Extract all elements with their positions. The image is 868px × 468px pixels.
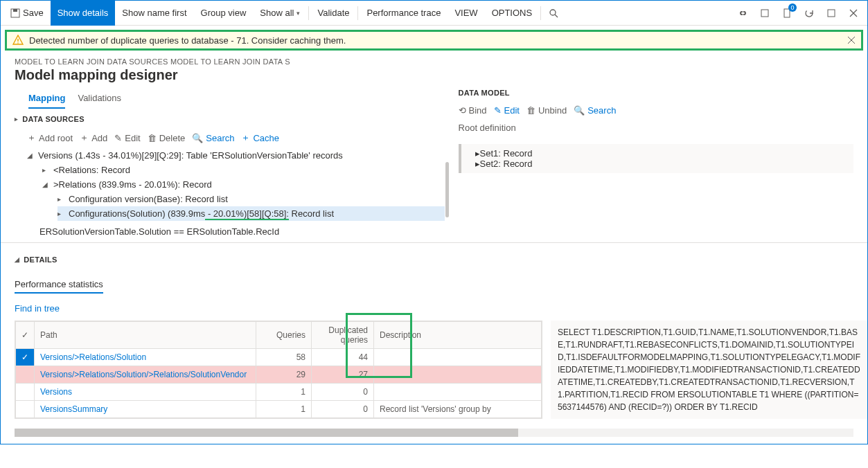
svg-point-2 [550,10,556,15]
table-row[interactable]: ✓ Versions/>Relations/Solution 58 44 [16,349,542,366]
warning-text: Detected number of duplicate queries to … [29,35,346,46]
find-in-tree-link[interactable]: Find in tree [1,299,60,321]
perf-stats-tab[interactable]: Performance statistics [15,279,103,294]
show-all-button[interactable]: Show all▾ [253,1,307,26]
close-button[interactable] [842,1,865,26]
close-icon [849,9,858,17]
search-button[interactable]: 🔍Search [192,132,234,144]
unbind-button[interactable]: 🗑Unbind [526,105,567,116]
trash-icon: 🗑 [526,105,535,116]
show-details-button[interactable]: Show details [51,1,116,26]
link-icon-button[interactable] [732,1,754,26]
validate-button[interactable]: Validate [310,1,356,26]
expand-button[interactable] [820,1,842,26]
delete-button[interactable]: 🗑Delete [148,132,186,144]
link-icon: ⟲ [459,105,466,116]
save-button[interactable]: Save [3,1,51,26]
ds-actions: ＋Add root ＋Add ✎Edit 🗑Delete 🔍Search ＋Ca… [15,129,445,148]
data-model-header: DATA MODEL [459,89,853,102]
details-header[interactable]: ◢ DETAILS [15,250,853,269]
warning-bar: Detected number of duplicate queries to … [5,30,863,51]
view-button[interactable]: VIEW [448,1,484,26]
add-button[interactable]: ＋Add [80,132,107,144]
row-checkbox[interactable]: ✓ [16,349,35,366]
svg-rect-1 [13,9,17,12]
svg-rect-4 [761,10,768,17]
refresh-button[interactable] [798,1,820,26]
data-sources-header[interactable]: ▸ DATA SOURCES [15,109,445,129]
expand-icon [826,8,836,18]
office-button[interactable] [754,1,776,26]
dm-edit-button[interactable]: ✎Edit [494,105,520,116]
close-icon [847,36,856,44]
tree-node-relations-gt[interactable]: ◢>Relations (839.9ms - 20.01%): Record [42,177,445,192]
chevron-down-icon: ▾ [296,10,300,17]
horizontal-scrollbar[interactable] [15,429,853,437]
tree-node-set2[interactable]: ▸Set2: Record [461,159,853,169]
options-button[interactable]: OPTIONS [485,1,540,26]
link-icon [737,10,748,17]
tab-mapping[interactable]: Mapping [28,89,65,109]
tree-node-versions[interactable]: ◢Versions (1.43s - 34.01%)[29][Q:29]: Ta… [27,148,445,163]
expand-icon: ▸ [475,159,480,169]
show-name-first-button[interactable]: Show name first [115,1,193,26]
breadcrumb: MODEL TO LEARN JOIN DATA SOURCES MODEL T… [1,55,867,66]
svg-line-3 [555,15,558,17]
tab-validations[interactable]: Validations [78,89,121,109]
notifications-button[interactable]: 0 [776,1,798,26]
cache-button[interactable]: ＋Cache [241,132,279,144]
tree-node-set1[interactable]: ▸Set1: Record [461,148,853,159]
svg-point-10 [17,42,19,44]
performance-grid: ✓ Path Queries Duplicated queries Descri… [15,321,542,419]
scrollbar-thumb[interactable] [445,162,449,217]
notif-badge: 0 [788,3,797,12]
scrollbar-thumb[interactable] [15,429,518,437]
group-view-button[interactable]: Group view [194,1,254,26]
ds-tree: ◢Versions (1.43s - 34.01%)[29][Q:29]: Ta… [15,148,445,221]
select-all-checkbox[interactable]: ✓ [16,322,35,349]
search-icon [549,8,558,18]
refresh-icon [804,8,814,18]
warning-icon [12,35,24,46]
expand-icon: ▸ [57,195,64,203]
separator [308,6,309,20]
page-title: Model mapping designer [1,66,867,89]
svg-rect-6 [828,10,835,17]
tree-node-relations-lt[interactable]: ▸<Relations: Record [42,163,445,177]
col-description[interactable]: Description [374,322,542,349]
table-row[interactable]: Versions 1 0 [16,384,542,401]
bind-button[interactable]: ⟲Bind [459,105,487,116]
office-icon [760,8,770,18]
row-checkbox[interactable] [16,366,35,384]
toolbar-search-button[interactable] [542,1,565,26]
dm-search-button[interactable]: 🔍Search [574,105,616,116]
perf-trace-button[interactable]: Performance trace [360,1,448,26]
pencil-icon: ✎ [114,133,122,143]
sql-panel: SELECT T1.DESCRIPTION,T1.GUID,T1.NAME,T1… [551,321,867,419]
edit-button[interactable]: ✎Edit [114,132,140,144]
expand-icon: ▸ [42,166,49,174]
table-row[interactable]: Versions/>Relations/Solution/>Relations/… [16,366,542,384]
col-duplicated[interactable]: Duplicated queries [312,322,374,349]
expand-icon: ▸ [475,148,480,159]
save-label: Save [23,8,44,18]
toolbar: Save Show details Show name first Group … [1,1,867,26]
pencil-icon: ✎ [494,105,502,116]
table-row[interactable]: VersionsSummary 1 0 Record list 'Version… [16,401,542,418]
add-root-button[interactable]: ＋Add root [27,132,73,144]
tree-node-config-solution[interactable]: ▸ Configurations(Solution) (839.9ms - 20… [57,206,445,221]
col-queries[interactable]: Queries [256,322,312,349]
tabs: Mapping Validations [15,89,445,109]
separator [540,6,541,20]
row-checkbox[interactable] [16,384,35,401]
trash-icon: 🗑 [148,133,157,143]
warning-close[interactable] [847,36,856,44]
separator [357,6,358,20]
col-path[interactable]: Path [35,322,256,349]
tree-node-config-base[interactable]: ▸Configuration version(Base): Record lis… [57,192,445,206]
row-checkbox[interactable] [16,401,35,418]
expand-icon: ▸ [57,210,64,217]
plus-icon: ＋ [80,132,89,144]
collapse-icon: ◢ [15,256,19,263]
dm-tree: ▸Set1: Record ▸Set2: Record [459,144,853,173]
